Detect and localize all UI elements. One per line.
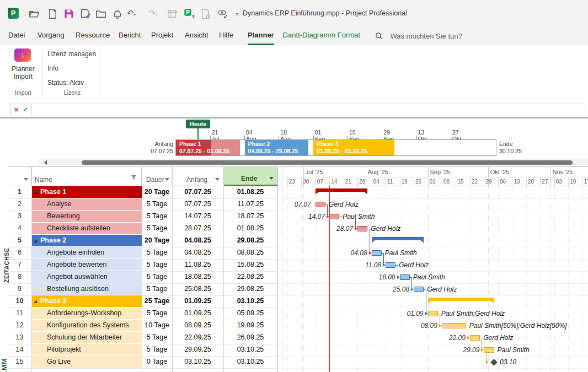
task-anfang-cell[interactable]: 25.08.25 bbox=[172, 283, 223, 295]
task-dauer-cell[interactable]: 5 Tage bbox=[142, 344, 172, 355]
task-dauer-cell[interactable]: 5 Tage bbox=[142, 283, 172, 295]
tab-ressource[interactable]: Ressource bbox=[76, 26, 110, 44]
row-number[interactable]: 2 bbox=[8, 198, 31, 210]
task-ende-cell[interactable]: 03.10.25 bbox=[223, 344, 277, 355]
row-number[interactable]: 11 bbox=[8, 308, 31, 319]
task-bar[interactable] bbox=[428, 311, 438, 316]
task-bar[interactable] bbox=[414, 287, 424, 292]
row-header-column[interactable] bbox=[8, 167, 31, 186]
tab-gantt-diagramm-format[interactable]: Gantt-Diagramm Format bbox=[282, 26, 360, 44]
chevron-down-icon[interactable] bbox=[269, 177, 274, 180]
timeline-phase-1[interactable]: Phase 107.07.25 - 01.08.25 bbox=[176, 140, 240, 155]
task-name-cell[interactable]: Analyse bbox=[31, 198, 142, 210]
task-name-cell[interactable]: Angebot auswählen bbox=[31, 271, 142, 283]
lizenz-managen-item[interactable]: Lizenz managen bbox=[47, 50, 96, 58]
redo-icon[interactable]: ↷▾ bbox=[148, 8, 159, 19]
task-ende-cell[interactable]: 03.10.25 bbox=[223, 356, 277, 368]
task-bar[interactable] bbox=[442, 323, 466, 328]
task-dauer-cell[interactable]: 5 Tage bbox=[142, 308, 172, 319]
task-dauer-cell[interactable]: 20 Tage bbox=[142, 186, 172, 198]
task-anfang-cell[interactable]: 07.07.25 bbox=[172, 198, 223, 210]
task-ende-cell[interactable]: 03.10.25 bbox=[223, 295, 277, 307]
new-document-icon[interactable] bbox=[47, 8, 58, 19]
task-name-cell[interactable]: Bewertung bbox=[31, 211, 142, 222]
collapse-triangle-icon[interactable] bbox=[34, 300, 37, 303]
collapse-triangle-icon[interactable] bbox=[34, 239, 37, 242]
task-dauer-cell[interactable]: 5 Tage bbox=[142, 223, 172, 234]
row-number[interactable]: 10 bbox=[8, 295, 31, 307]
row-number[interactable]: 1 bbox=[8, 186, 31, 198]
task-anfang-cell[interactable]: 29.09.25 bbox=[172, 344, 223, 355]
row-number[interactable]: 8 bbox=[8, 271, 31, 283]
tab-planner[interactable]: Planner bbox=[248, 26, 274, 45]
task-ende-cell[interactable]: 19.09.25 bbox=[223, 320, 277, 331]
notifications-icon[interactable] bbox=[112, 8, 123, 19]
tab-bericht[interactable]: Bericht bbox=[119, 26, 141, 44]
task-bar[interactable] bbox=[329, 214, 339, 219]
task-anfang-cell[interactable]: 01.09.25 bbox=[172, 308, 223, 319]
export-table-icon[interactable] bbox=[167, 8, 178, 19]
task-bar[interactable] bbox=[316, 202, 325, 207]
row-number[interactable]: 12 bbox=[8, 320, 31, 331]
task-name-cell[interactable]: Phase 1 bbox=[31, 186, 142, 198]
save-as-icon[interactable] bbox=[80, 8, 91, 19]
task-name-cell[interactable]: Angebote einholen bbox=[31, 247, 142, 258]
task-anfang-cell[interactable]: 03.10.25 bbox=[172, 356, 223, 368]
tab-vorgang[interactable]: Vorgang bbox=[38, 26, 64, 44]
filter-icon[interactable] bbox=[131, 172, 137, 182]
row-number[interactable]: 9 bbox=[8, 283, 31, 295]
task-anfang-cell[interactable]: 18.08.25 bbox=[172, 271, 223, 283]
task-bar[interactable] bbox=[400, 274, 410, 280]
column-header-anfang[interactable]: Anfang bbox=[172, 167, 223, 186]
timeline-phase-2[interactable]: Phase 204.08.25 - 29.08.25 bbox=[245, 140, 309, 155]
save-icon[interactable] bbox=[63, 8, 74, 19]
task-name-cell[interactable]: Angebote bewerten bbox=[31, 259, 142, 271]
task-ende-cell[interactable]: 05.09.25 bbox=[223, 308, 277, 319]
customize-toolbar-icon[interactable]: ▿ bbox=[232, 8, 243, 19]
column-header-ende-selected[interactable]: Ende bbox=[223, 167, 277, 186]
project-sync-icon[interactable]: P↻ bbox=[184, 8, 195, 19]
gantt-view-label[interactable]: GANTT-DIAGRAMM bbox=[1, 337, 8, 372]
task-bar[interactable] bbox=[372, 250, 382, 256]
open-icon[interactable] bbox=[29, 8, 40, 19]
table-chart-splitter[interactable] bbox=[277, 167, 278, 372]
row-number[interactable]: 5 bbox=[8, 235, 31, 246]
chevron-down-icon[interactable] bbox=[24, 178, 28, 181]
task-ende-cell[interactable]: 29.08.25 bbox=[223, 235, 277, 246]
task-anfang-cell[interactable]: 07.07.25 bbox=[172, 186, 223, 198]
task-anfang-cell[interactable]: 14.07.25 bbox=[172, 211, 223, 222]
column-header-dauer[interactable]: Dauer bbox=[142, 167, 172, 186]
task-bar[interactable] bbox=[484, 347, 494, 353]
row-number[interactable]: 4 bbox=[8, 223, 31, 234]
info-item[interactable]: Info bbox=[47, 64, 58, 72]
task-dauer-cell[interactable]: 5 Tage bbox=[142, 271, 172, 283]
task-bar[interactable] bbox=[386, 262, 395, 268]
task-name-cell[interactable]: Anforderungs-Workshop bbox=[31, 308, 142, 319]
task-name-cell[interactable]: Phase 3 bbox=[31, 295, 142, 307]
scrollbar-left-arrow[interactable] bbox=[44, 160, 47, 165]
task-anfang-cell[interactable]: 04.08.25 bbox=[172, 247, 223, 258]
task-dauer-cell[interactable]: 5 Tage bbox=[142, 247, 172, 258]
tab-hilfe[interactable]: Hilfe bbox=[219, 26, 233, 44]
entry-bar-input[interactable] bbox=[31, 104, 585, 116]
task-dauer-cell[interactable]: 5 Tage bbox=[142, 259, 172, 271]
task-name-cell[interactable]: Go Live bbox=[31, 356, 142, 368]
task-dauer-cell[interactable]: 20 Tage bbox=[142, 235, 172, 246]
undo-icon[interactable]: ↶▾ bbox=[126, 8, 137, 19]
tell-me-search[interactable]: Was möchten Sie tun? bbox=[375, 26, 462, 45]
task-name-cell[interactable]: Schulung der Mitarbeiter bbox=[31, 332, 142, 343]
task-name-cell[interactable]: Konfiguration des Systems bbox=[31, 320, 142, 331]
tab-datei[interactable]: Datei bbox=[8, 26, 25, 44]
task-ende-cell[interactable]: 29.08.25 bbox=[223, 283, 277, 295]
task-name-cell[interactable]: Checkliste aufstellen bbox=[31, 223, 142, 234]
chevron-down-icon[interactable] bbox=[215, 178, 220, 181]
folder-icon[interactable] bbox=[95, 8, 106, 19]
row-number[interactable]: 3 bbox=[8, 211, 31, 222]
task-name-cell[interactable]: Phase 2 bbox=[31, 235, 142, 246]
document-link-icon[interactable] bbox=[200, 8, 211, 19]
task-anfang-cell[interactable]: 04.08.25 bbox=[172, 235, 223, 246]
tab-projekt[interactable]: Projekt bbox=[151, 26, 173, 44]
cancel-entry-icon[interactable]: ✕ bbox=[14, 104, 19, 116]
collapse-triangle-icon[interactable] bbox=[34, 191, 37, 194]
task-ende-cell[interactable]: 01.08.25 bbox=[223, 223, 277, 234]
